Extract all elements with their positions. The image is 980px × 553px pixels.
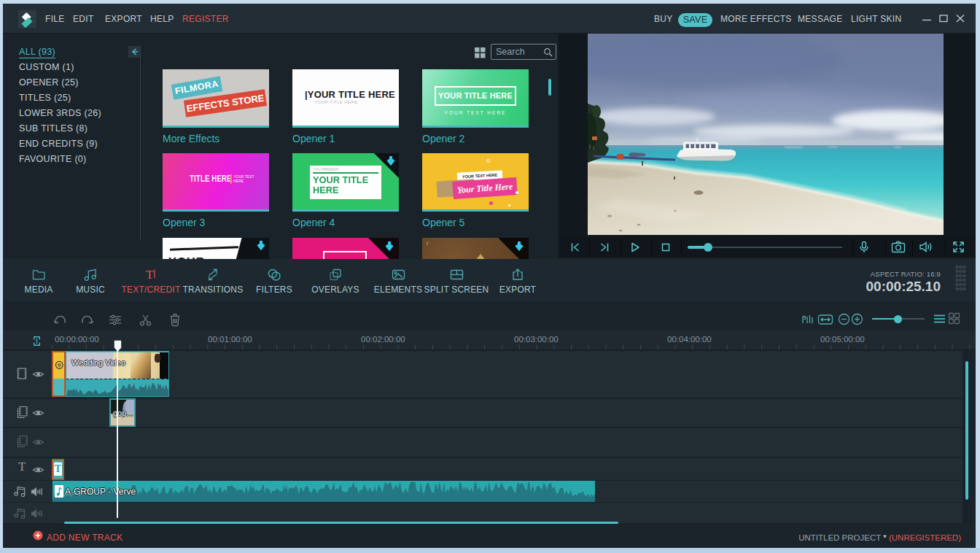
svg-text:T: T: [146, 268, 154, 282]
